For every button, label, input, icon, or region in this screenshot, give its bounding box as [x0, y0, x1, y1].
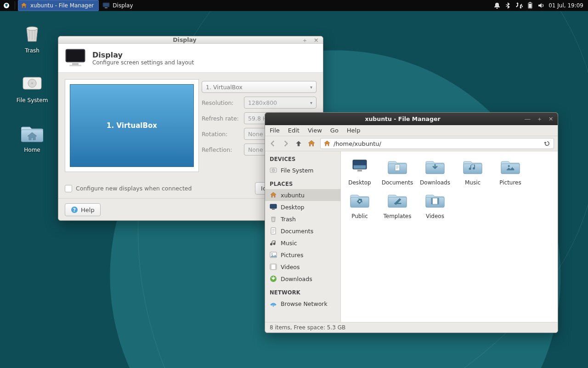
- file-item-pictures[interactable]: Pictures: [494, 157, 526, 186]
- svg-rect-17: [529, 4, 531, 8]
- drive-icon: [270, 167, 277, 174]
- network-icon[interactable]: [515, 2, 523, 9]
- svg-rect-36: [437, 198, 439, 204]
- nav-up-icon[interactable]: [294, 139, 303, 148]
- titlebar[interactable]: xubuntu - File Manager ― ＋ ✕: [265, 113, 558, 125]
- sidebar-head-network: NETWORK: [265, 285, 340, 298]
- desktop-icon: [270, 203, 277, 211]
- trash-icon: [270, 215, 277, 223]
- network-icon: [270, 300, 277, 307]
- window-close-icon[interactable]: ✕: [314, 37, 320, 43]
- desktop-icon-home[interactable]: Home: [10, 121, 54, 153]
- desktop-icon-trash[interactable]: Trash: [10, 22, 54, 54]
- header-title: Display: [92, 51, 194, 59]
- sidebar-item-pictures[interactable]: Pictures: [265, 249, 340, 261]
- window-minimize-icon[interactable]: ―: [525, 115, 531, 122]
- resolution-label: Resolution:: [202, 99, 240, 106]
- task-label: xubuntu - File Manager: [30, 2, 94, 9]
- path-text: /home/xubuntu/: [334, 140, 381, 147]
- music-icon: [270, 239, 277, 247]
- sidebar-item-videos[interactable]: Videos: [265, 261, 340, 273]
- whisker-menu[interactable]: [0, 0, 13, 11]
- desktop-icon-filesystem[interactable]: File System: [10, 72, 54, 104]
- monitor-select[interactable]: 1. VirtualBox▾: [202, 81, 317, 93]
- reload-icon[interactable]: [543, 140, 551, 147]
- file-item-videos[interactable]: Videos: [419, 190, 451, 219]
- svg-rect-29: [354, 165, 366, 169]
- sidebar-item-home[interactable]: xubuntu: [265, 189, 340, 201]
- sidebar-item-music[interactable]: Music: [265, 237, 340, 249]
- menu-file[interactable]: File: [270, 127, 280, 134]
- icon-view[interactable]: DesktopDocumentsDownloadsMusicPicturesPu…: [341, 151, 558, 322]
- file-item-public[interactable]: Public: [344, 190, 376, 219]
- svg-rect-24: [72, 63, 79, 65]
- sidebar-item-network[interactable]: Browse Network: [265, 298, 340, 310]
- file-item-music[interactable]: Music: [457, 157, 489, 186]
- nav-forward-icon[interactable]: [282, 139, 290, 148]
- reflection-label: Reflection:: [202, 146, 240, 153]
- svg-point-33: [359, 201, 360, 202]
- sidebar-head-places: PLACES: [265, 176, 340, 189]
- monitor-icon: [65, 48, 86, 68]
- refresh-label: Refresh rate:: [202, 115, 240, 122]
- top-panel: xubuntu - File Manager Display 01 Jul, 1…: [0, 0, 588, 11]
- sidebar-item-desktop[interactable]: Desktop: [265, 201, 340, 213]
- window-maximize-icon[interactable]: ＋: [537, 115, 543, 122]
- toolbar: /home/xubuntu/: [265, 136, 558, 151]
- picture-icon: [270, 251, 277, 259]
- task-display[interactable]: Display: [101, 0, 137, 11]
- battery-icon[interactable]: [526, 2, 534, 9]
- task-label: Display: [113, 2, 133, 9]
- menu-view[interactable]: View: [308, 127, 322, 134]
- rotation-label: Rotation:: [202, 131, 240, 138]
- window-add-icon[interactable]: ＋: [302, 37, 308, 43]
- help-button[interactable]: ? Help: [65, 203, 101, 216]
- clock[interactable]: 01 Jul, 19:09: [547, 2, 588, 9]
- document-icon: [270, 227, 277, 235]
- configure-new-displays-checkbox[interactable]: Configure new displays when connected: [65, 185, 192, 192]
- window-file-manager: xubuntu - File Manager ― ＋ ✕ File Edit V…: [265, 112, 558, 333]
- file-item-downloads[interactable]: Downloads: [419, 157, 451, 186]
- display-preview[interactable]: 1. VirtualBox: [65, 79, 199, 172]
- svg-point-32: [508, 165, 510, 167]
- video-icon: [270, 263, 277, 270]
- task-file-manager[interactable]: xubuntu - File Manager: [18, 0, 99, 11]
- sidebar-item-filesystem[interactable]: File System: [265, 164, 340, 176]
- menu-edit[interactable]: Edit: [288, 127, 300, 134]
- resolution-select[interactable]: 588x368▾: [244, 97, 317, 109]
- sidebar-item-trash[interactable]: Trash: [265, 213, 340, 225]
- bluetooth-icon[interactable]: [504, 2, 512, 9]
- svg-rect-30: [357, 170, 362, 171]
- header: Display Configure screen settings and la…: [58, 44, 323, 73]
- menu-help[interactable]: Help: [347, 127, 361, 134]
- menu-go[interactable]: Go: [330, 127, 339, 134]
- svg-rect-16: [529, 2, 531, 3]
- nav-home-icon[interactable]: [307, 139, 316, 148]
- window-close-icon[interactable]: ✕: [548, 115, 555, 122]
- volume-icon[interactable]: [537, 2, 545, 9]
- svg-rect-35: [431, 198, 433, 204]
- home-icon: [270, 191, 277, 199]
- titlebar[interactable]: Display ＋ ✕: [58, 36, 323, 44]
- svg-rect-23: [67, 50, 84, 61]
- menubar: File Edit View Go Help: [265, 125, 558, 136]
- file-item-documents[interactable]: Documents: [381, 157, 413, 186]
- statusbar: 8 items, Free space: 5.3 GB: [265, 322, 558, 333]
- download-icon: [270, 275, 277, 282]
- help-icon: ?: [71, 206, 78, 213]
- location-bar[interactable]: /home/xubuntu/: [320, 138, 554, 149]
- file-item-desktop[interactable]: Desktop: [344, 157, 376, 186]
- sidebar-item-downloads[interactable]: Downloads: [265, 273, 340, 285]
- home-icon: [323, 140, 331, 147]
- svg-rect-31: [395, 165, 400, 171]
- svg-rect-25: [69, 65, 81, 66]
- svg-point-18: [27, 27, 38, 30]
- sidebar-item-documents[interactable]: Documents: [265, 225, 340, 237]
- header-subtitle: Configure screen settings and layout: [92, 59, 194, 66]
- nav-back-icon[interactable]: [269, 139, 277, 148]
- notifications-icon[interactable]: [493, 2, 501, 9]
- file-item-templates[interactable]: Templates: [381, 190, 413, 219]
- svg-text:?: ?: [73, 207, 76, 213]
- sidebar-head-devices: DEVICES: [265, 151, 340, 164]
- svg-point-21: [31, 82, 33, 84]
